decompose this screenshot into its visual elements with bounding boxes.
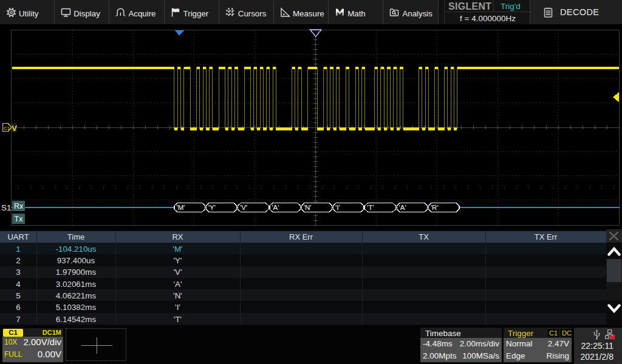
svg-text:'R': 'R' [431, 204, 439, 211]
svg-text:Rx: Rx [14, 202, 24, 211]
svg-text:S1: S1 [1, 203, 12, 212]
svg-text:'A': 'A' [272, 204, 279, 211]
svg-text:'N': 'N' [304, 204, 312, 211]
svg-text:Tx: Tx [15, 215, 24, 223]
svg-text:V: V [12, 124, 17, 133]
svg-text:'Y': 'Y' [208, 204, 216, 211]
svg-text:'I': 'I' [335, 204, 340, 211]
svg-text:'M': 'M' [177, 204, 185, 211]
svg-text:'T': 'T' [367, 204, 374, 211]
svg-text:'A': 'A' [399, 204, 406, 211]
svg-text:'V': 'V' [240, 204, 247, 211]
svg-text:C1: C1 [4, 126, 10, 131]
